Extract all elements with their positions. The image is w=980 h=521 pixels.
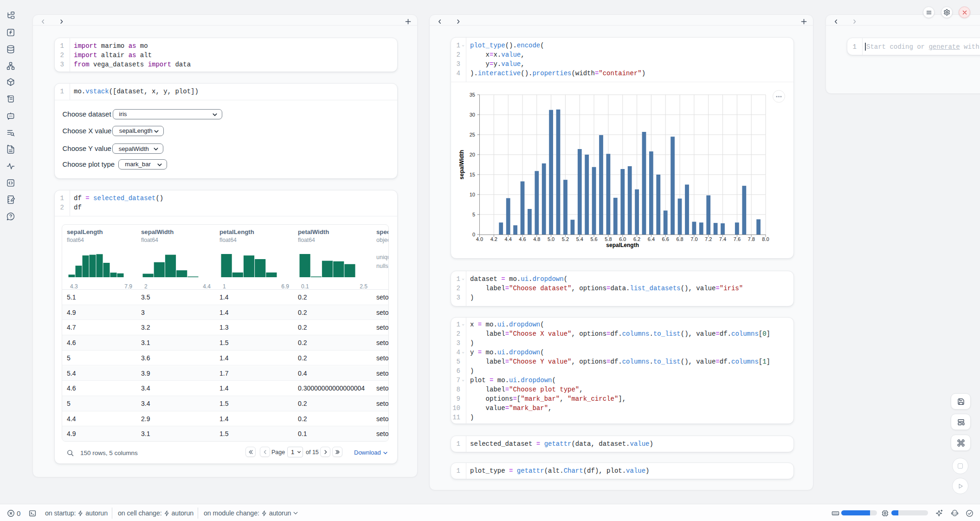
svg-text:4.0: 4.0 bbox=[476, 236, 483, 242]
svg-text:5.0: 5.0 bbox=[548, 236, 554, 242]
svg-text:25: 25 bbox=[470, 132, 475, 137]
svg-text:7.6: 7.6 bbox=[734, 236, 741, 242]
svg-text:4.6: 4.6 bbox=[519, 236, 526, 242]
svg-text:4.2: 4.2 bbox=[490, 236, 497, 242]
svg-text:5: 5 bbox=[472, 212, 475, 217]
svg-text:10: 10 bbox=[470, 192, 475, 197]
svg-text:6.2: 6.2 bbox=[633, 236, 640, 242]
svg-text:7.8: 7.8 bbox=[748, 236, 755, 242]
svg-text:7.4: 7.4 bbox=[719, 236, 726, 242]
svg-text:6.0: 6.0 bbox=[619, 236, 626, 242]
svg-text:4.8: 4.8 bbox=[533, 236, 540, 242]
svg-text:5.6: 5.6 bbox=[590, 236, 597, 242]
svg-text:6.8: 6.8 bbox=[676, 236, 683, 242]
svg-text:35: 35 bbox=[470, 92, 475, 98]
svg-text:15: 15 bbox=[470, 172, 475, 177]
svg-text:5.2: 5.2 bbox=[562, 236, 569, 242]
svg-text:sepalWidth: sepalWidth bbox=[458, 150, 465, 180]
svg-text:5.4: 5.4 bbox=[576, 236, 583, 242]
svg-text:30: 30 bbox=[470, 112, 475, 117]
svg-text:sepalLength: sepalLength bbox=[606, 242, 639, 248]
svg-text:7.0: 7.0 bbox=[690, 236, 697, 242]
svg-text:6.6: 6.6 bbox=[662, 236, 669, 242]
svg-text:8.0: 8.0 bbox=[762, 236, 769, 242]
svg-text:5.8: 5.8 bbox=[605, 236, 612, 242]
svg-text:7.2: 7.2 bbox=[705, 236, 712, 242]
svg-text:20: 20 bbox=[470, 152, 475, 157]
svg-text:6.4: 6.4 bbox=[648, 236, 655, 242]
svg-text:0: 0 bbox=[472, 232, 475, 237]
svg-text:4.4: 4.4 bbox=[505, 236, 512, 242]
